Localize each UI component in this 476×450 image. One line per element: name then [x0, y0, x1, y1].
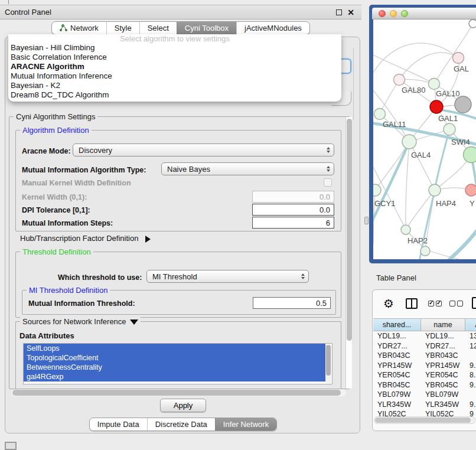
aracne-mode-select[interactable]: Discovery	[73, 144, 334, 156]
node-partial[interactable]	[469, 19, 476, 28]
node-gal7[interactable]	[453, 53, 464, 64]
list-item[interactable]: SelfLoops	[24, 344, 325, 353]
menu-item[interactable]: Bayesian - Hill Climbing	[8, 43, 341, 53]
which-threshold-label: Which threshold to use:	[58, 273, 142, 282]
menu-item[interactable]: Basic Correlation Inference	[8, 53, 341, 62]
apply-button[interactable]: Apply	[160, 399, 207, 412]
table-cell[interactable]	[465, 351, 476, 361]
menu-item[interactable]: Bayesian - K2	[8, 81, 341, 90]
mi-threshold-field[interactable]: 0.5	[253, 297, 331, 309]
tab-style[interactable]: Style	[106, 22, 139, 34]
select-all-icon[interactable]	[428, 301, 442, 306]
table-cell[interactable]: 9.	[465, 361, 476, 371]
tab-impute-data[interactable]: Impute Data	[90, 418, 147, 431]
close-icon[interactable]: ✕	[347, 9, 354, 15]
table-cell[interactable]: 8.	[465, 370, 476, 380]
menu-item[interactable]: Mutual Information Inference	[8, 71, 341, 81]
node-y[interactable]	[465, 184, 476, 196]
split-divider-handle[interactable]	[364, 217, 369, 224]
mi-algorithm-type-select[interactable]: Naive Bayes	[161, 162, 334, 175]
menu-item-selected[interactable]: ARACNE Algorithm	[8, 62, 341, 71]
page-icon[interactable]	[472, 297, 476, 309]
node-gal10[interactable]	[429, 79, 440, 90]
settings-gear-icon[interactable]: ⚙	[383, 296, 394, 311]
table-cell[interactable]: YBL079W	[421, 390, 465, 400]
table-cell[interactable]: YPR145W	[421, 361, 465, 371]
dpi-tolerance-field[interactable]: 0.0	[252, 204, 334, 216]
table-row[interactable]: YDR27... YDR27... 12	[373, 341, 476, 351]
table-cell[interactable]: 12	[465, 341, 476, 351]
table-row[interactable]: YBL079W YBL079W	[373, 390, 476, 400]
hub-definition-expander[interactable]: Hub/Transcription Factor Definition	[20, 234, 151, 243]
node-gcy1[interactable]	[373, 184, 381, 196]
table-cell[interactable]: YDL19...	[373, 331, 421, 341]
list-item[interactable]: gal4RGexp	[24, 372, 325, 381]
zoom-green-icon[interactable]	[401, 10, 408, 17]
table-cell[interactable]: YBR045C	[373, 380, 421, 390]
table-cell[interactable]: YLR345W	[421, 400, 465, 410]
table-cell[interactable]: YBR043C	[373, 351, 421, 361]
table-cell[interactable]: YPR145W	[373, 361, 421, 371]
collapse-arrow-icon[interactable]	[130, 319, 138, 325]
which-threshold-select[interactable]: MI Threshold	[146, 270, 309, 283]
table-cell[interactable]	[465, 390, 476, 400]
tab-select[interactable]: Select	[139, 22, 177, 34]
table-cell[interactable]: YDL19...	[421, 331, 465, 341]
table-row[interactable]: YBR043C YBR043C	[373, 351, 476, 361]
list-item[interactable]: TopologicalCoefficient	[24, 353, 325, 363]
node-gal4[interactable]	[402, 135, 416, 149]
float-icon[interactable]	[336, 9, 342, 15]
node-swi4[interactable]	[464, 147, 476, 163]
table-row[interactable]: YER054C YER054C 8.	[373, 370, 476, 380]
list-scrollbar[interactable]	[325, 344, 331, 383]
table-cell[interactable]: YDR27...	[421, 341, 465, 351]
column-header[interactable]: A	[465, 318, 476, 331]
table-cell[interactable]: YBL079W	[373, 390, 421, 400]
table-cell[interactable]: YBR045C	[421, 380, 465, 390]
column-header[interactable]: name	[421, 318, 465, 331]
settings-vertical-scrollbar[interactable]	[345, 117, 352, 389]
table-cell[interactable]: YER054C	[421, 370, 465, 380]
menu-item[interactable]: Dream8 DC_TDC Algorithm	[8, 90, 341, 100]
table-cell[interactable]: 13	[465, 331, 476, 341]
mi-steps-field[interactable]: 6	[252, 217, 334, 229]
tab-network[interactable]: Network	[52, 22, 106, 34]
table-cell[interactable]: 9.	[465, 380, 476, 390]
kernel-width-field[interactable]: 0.0	[252, 191, 334, 203]
table-row[interactable]: YDL19... YDL19... 13	[373, 331, 476, 341]
data-attributes-list[interactable]: SelfLoops TopologicalCoefficient Between…	[23, 343, 332, 384]
settings-horizontal-scrollbar[interactable]	[11, 389, 346, 396]
table-cell[interactable]: YBR043C	[421, 351, 465, 361]
node-gal80[interactable]	[394, 74, 405, 86]
list-item[interactable]: BetweennessCentrality	[24, 363, 325, 372]
table-row[interactable]: YBR045C YBR045C 9.	[373, 380, 476, 390]
manual-kernel-width-checkbox[interactable]	[324, 178, 332, 187]
tab-jactivemnodules[interactable]: jActiveMNodules	[236, 22, 309, 34]
deselect-all-icon[interactable]	[449, 301, 463, 306]
tab-discretize-data[interactable]: Discretize Data	[147, 418, 215, 431]
node-gray[interactable]	[455, 96, 471, 113]
node-bottom[interactable]	[420, 246, 430, 256]
table-row[interactable]: YPR145W YPR145W 9.	[373, 361, 476, 371]
node-selected-red[interactable]	[430, 100, 443, 113]
table-horizontal-scrollbar[interactable]	[374, 416, 475, 424]
network-window-titlebar[interactable]	[372, 8, 476, 19]
minimize-yellow-icon[interactable]	[390, 10, 397, 17]
minimized-panel-icon[interactable]	[5, 442, 17, 450]
tab-infer-network[interactable]: Infer Network	[215, 418, 276, 431]
table-row[interactable]: YLR345W YLR345W 9.	[373, 400, 476, 410]
column-view-icon[interactable]	[406, 298, 418, 309]
node-gal1[interactable]	[444, 123, 455, 135]
tab-cyni-toolbox[interactable]: Cyni Toolbox	[177, 22, 236, 34]
table-cell[interactable]: YLR345W	[373, 400, 421, 410]
threshold-definition-title: Threshold Definition	[20, 247, 93, 256]
node-gal11[interactable]	[374, 109, 386, 120]
table-cell[interactable]: YER054C	[373, 370, 421, 380]
table-cell[interactable]: YDR27...	[373, 341, 421, 351]
node-hap2[interactable]	[401, 225, 410, 234]
close-red-icon[interactable]	[379, 10, 386, 17]
table-cell[interactable]: 9.	[465, 400, 476, 410]
node-hap4[interactable]	[429, 184, 441, 196]
network-canvas[interactable]: GAL GAL80 GAL10 GAL1 GAL11 SWI4 GAL4 GCY…	[373, 19, 476, 259]
column-header[interactable]: shared...	[373, 318, 421, 331]
